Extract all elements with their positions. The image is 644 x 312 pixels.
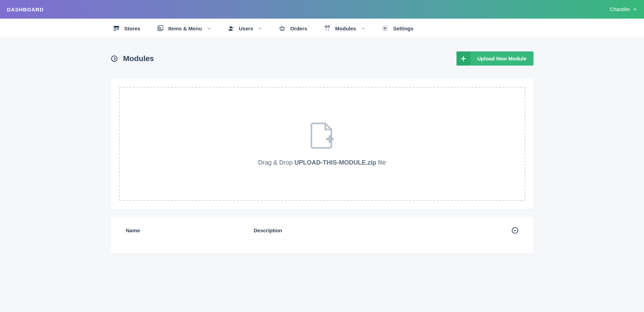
modules-icon xyxy=(324,25,331,32)
items-icon xyxy=(157,25,164,32)
upload-dropzone[interactable]: Drag & Drop UPLOAD-THIS-MODULE.zip file xyxy=(119,87,525,201)
dropzone-filename: UPLOAD-THIS-MODULE.zip xyxy=(295,159,376,166)
svg-point-11 xyxy=(384,28,386,29)
nav-label: Settings xyxy=(393,26,413,31)
nav-label: Items & Menu xyxy=(168,26,202,31)
nav-item-users[interactable]: Users xyxy=(225,19,265,38)
nav-item-modules[interactable]: Modules xyxy=(322,19,367,38)
nav-label: Modules xyxy=(335,26,356,31)
nav-label: Users xyxy=(239,26,253,31)
svg-point-5 xyxy=(230,26,232,28)
col-header-name: Name xyxy=(126,227,254,233)
page-title: Modules xyxy=(123,54,154,63)
chevron-down-icon xyxy=(258,27,262,30)
page-header: Modules Upload New Module xyxy=(111,51,534,66)
dropzone-prefix: Drag & Drop xyxy=(258,159,294,166)
svg-rect-14 xyxy=(328,135,331,143)
nav-bar: Stores Items & Menu Users Orders xyxy=(0,19,644,38)
users-icon xyxy=(228,25,234,32)
modules-table: Name Description xyxy=(111,217,534,253)
file-add-icon xyxy=(310,122,335,149)
nav-item-settings[interactable]: Settings xyxy=(379,19,415,38)
svg-point-6 xyxy=(232,27,233,28)
store-icon xyxy=(113,25,120,32)
nav-item-orders[interactable]: Orders xyxy=(277,19,309,38)
svg-rect-2 xyxy=(117,28,118,30)
expand-toggle[interactable] xyxy=(512,227,518,234)
brand-title: DASHBOARD xyxy=(7,7,44,12)
dropzone-card: Drag & Drop UPLOAD-THIS-MODULE.zip file xyxy=(111,79,534,209)
nav-item-stores[interactable]: Stores xyxy=(111,19,143,38)
chevron-down-icon xyxy=(207,27,211,30)
nav-item-items-menu[interactable]: Items & Menu xyxy=(155,19,213,38)
dropzone-suffix: file xyxy=(376,159,386,166)
basket-icon xyxy=(279,25,286,32)
chevron-down-icon xyxy=(633,7,637,11)
user-menu[interactable]: Chandler xyxy=(610,7,637,12)
svg-point-12 xyxy=(111,56,117,61)
upload-new-module-button[interactable]: Upload New Module xyxy=(456,51,534,66)
chevron-down-icon xyxy=(361,27,365,30)
upload-button-label: Upload New Module xyxy=(470,51,534,66)
svg-point-9 xyxy=(325,26,327,28)
plus-icon xyxy=(456,51,470,66)
dropzone-text: Drag & Drop UPLOAD-THIS-MODULE.zip file xyxy=(258,159,386,166)
table-header-row: Name Description xyxy=(126,227,518,240)
svg-rect-1 xyxy=(114,28,116,31)
nav-label: Stores xyxy=(124,26,141,31)
svg-rect-0 xyxy=(114,26,119,28)
svg-point-10 xyxy=(328,26,329,28)
user-name: Chandler xyxy=(610,7,630,12)
nav-label: Orders xyxy=(290,26,307,31)
col-header-description: Description xyxy=(254,227,502,233)
chevron-circle-right-icon xyxy=(111,55,118,62)
top-bar: DASHBOARD Chandler xyxy=(0,0,644,19)
gear-icon xyxy=(382,25,388,32)
